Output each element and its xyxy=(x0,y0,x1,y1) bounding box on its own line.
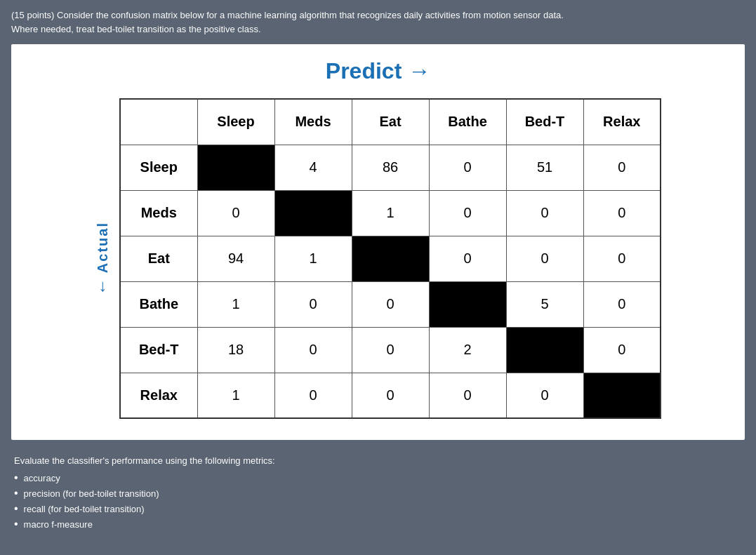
cell-0-3: 0 xyxy=(429,145,506,190)
matrix-container: Predict → Actual ↓ Sleep Meds Eat Bathe … xyxy=(11,44,745,440)
metric-item-1: precision (for bed-toilet transition) xyxy=(14,487,742,500)
intro-line2: Where needed, treat bed-toilet transitio… xyxy=(11,24,261,34)
predict-header: Predict → xyxy=(32,58,724,84)
cell-5-5: 3 xyxy=(583,373,661,418)
header-eat: Eat xyxy=(352,99,429,145)
row-label-relax: Relax xyxy=(120,373,197,418)
row-label-bathe: Bathe xyxy=(120,281,197,327)
metric-item-3: macro f-measure xyxy=(14,518,742,530)
cell-5-1: 0 xyxy=(274,373,352,418)
cell-0-2: 86 xyxy=(352,145,429,190)
cell-0-5: 0 xyxy=(583,145,661,190)
evaluate-text: Evaluate the classifier's performance us… xyxy=(14,455,742,466)
actual-label: Actual ↓ xyxy=(95,222,111,295)
cell-3-0: 1 xyxy=(197,281,274,327)
cell-1-5: 0 xyxy=(583,190,661,236)
cell-3-2: 0 xyxy=(352,281,429,327)
table-row: Eat94114278000 xyxy=(120,236,661,281)
cell-0-0: 30795 xyxy=(197,145,274,190)
row-label-sleep: Sleep xyxy=(120,145,197,190)
metric-item-0: accuracy xyxy=(14,472,742,484)
actual-arrow: ↓ xyxy=(99,276,107,295)
intro-text: (15 points) Consider the confusion matri… xyxy=(11,8,745,36)
cell-4-5: 0 xyxy=(583,327,661,373)
cell-3-1: 0 xyxy=(274,281,352,327)
cell-5-0: 1 xyxy=(197,373,274,418)
cell-4-3: 2 xyxy=(429,327,506,373)
confusion-table: Sleep Meds Eat Bathe Bed-T Relax Sleep30… xyxy=(119,98,661,419)
table-row: Bathe10059250 xyxy=(120,281,661,327)
cell-1-4: 0 xyxy=(506,190,583,236)
cell-3-4: 5 xyxy=(506,281,583,327)
cell-2-1: 1 xyxy=(274,236,352,281)
header-bathe: Bathe xyxy=(429,99,506,145)
intro-line1: (15 points) Consider the confusion matri… xyxy=(11,10,564,20)
cell-5-4: 0 xyxy=(506,373,583,418)
cell-0-1: 4 xyxy=(274,145,352,190)
cell-2-2: 14278 xyxy=(352,236,429,281)
cell-3-5: 0 xyxy=(583,281,661,327)
matrix-wrapper: Actual ↓ Sleep Meds Eat Bathe Bed-T Rela… xyxy=(32,98,724,419)
row-label-eat: Eat xyxy=(120,236,197,281)
cell-0-4: 51 xyxy=(506,145,583,190)
header-bedt: Bed-T xyxy=(506,99,583,145)
cell-3-3: 592 xyxy=(429,281,506,327)
header-empty xyxy=(120,99,197,145)
table-header-row: Sleep Meds Eat Bathe Bed-T Relax xyxy=(120,99,661,145)
header-relax: Relax xyxy=(583,99,661,145)
cell-2-3: 0 xyxy=(429,236,506,281)
cell-4-2: 0 xyxy=(352,327,429,373)
cell-5-2: 0 xyxy=(352,373,429,418)
row-label-meds: Meds xyxy=(120,190,197,236)
cell-4-1: 0 xyxy=(274,327,352,373)
bottom-section: Evaluate the classifier's performance us… xyxy=(11,450,745,539)
cell-4-4: 501 xyxy=(506,327,583,373)
actual-text: Actual xyxy=(95,222,111,273)
cell-1-0: 0 xyxy=(197,190,274,236)
cell-1-2: 1 xyxy=(352,190,429,236)
row-label-bed-t: Bed-T xyxy=(120,327,197,373)
header-meds: Meds xyxy=(274,99,352,145)
cell-1-1: 3105 xyxy=(274,190,352,236)
metrics-list: accuracyprecision (for bed-toilet transi… xyxy=(14,472,742,530)
table-row: Bed-T180025010 xyxy=(120,327,661,373)
table-row: Relax100003 xyxy=(120,373,661,418)
cell-2-0: 94 xyxy=(197,236,274,281)
page-wrapper: (15 points) Consider the confusion matri… xyxy=(0,0,756,547)
cell-4-0: 18 xyxy=(197,327,274,373)
cell-2-5: 0 xyxy=(583,236,661,281)
cell-1-3: 0 xyxy=(429,190,506,236)
metric-item-2: recall (for bed-toilet transition) xyxy=(14,502,742,515)
cell-5-3: 0 xyxy=(429,373,506,418)
table-row: Meds031051000 xyxy=(120,190,661,236)
table-row: Sleep307954860510 xyxy=(120,145,661,190)
header-sleep: Sleep xyxy=(197,99,274,145)
cell-2-4: 0 xyxy=(506,236,583,281)
